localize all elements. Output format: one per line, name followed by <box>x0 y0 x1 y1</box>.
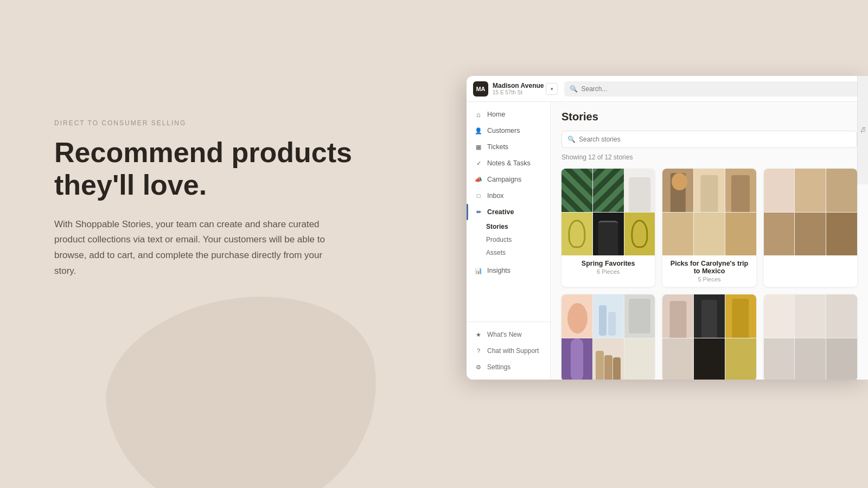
sidebar-subitem-label-products: Products <box>486 236 512 243</box>
story-image <box>725 294 756 338</box>
story-image <box>764 213 795 256</box>
story-image <box>624 169 655 212</box>
story-images-spring-favorites <box>561 169 655 255</box>
sidebar-item-label-notes: Notes & Tasks <box>487 159 531 167</box>
sidebar-subitem-assets[interactable]: Assets <box>467 246 550 259</box>
story-name: Picks for Carolyne's trip to Mexico <box>668 260 750 275</box>
content-area: Stories 🔍 Showing 12 of 12 stories <box>551 102 868 380</box>
story-image <box>694 169 725 212</box>
insights-icon: 📊 <box>474 266 483 275</box>
sidebar-subitem-stories[interactable]: Stories <box>467 220 550 233</box>
stories-count: Showing 12 of 12 stories <box>561 153 857 161</box>
sidebar-item-label-settings: Settings <box>487 363 510 371</box>
story-card-sixth[interactable] <box>764 294 857 380</box>
search-stories-icon: 🔍 <box>567 136 576 143</box>
sidebar-item-tickets[interactable]: ▦ Tickets <box>467 139 550 155</box>
story-card-third[interactable] <box>764 169 857 287</box>
story-image <box>561 338 592 380</box>
sidebar-item-label-tickets: Tickets <box>487 143 508 151</box>
sidebar-item-inbox[interactable]: □ Inbox <box>467 188 550 204</box>
story-image <box>826 213 857 256</box>
story-image <box>694 213 725 256</box>
sidebar-item-label-campaigns: Campaigns <box>487 176 521 183</box>
sidebar-subitem-products[interactable]: Products <box>467 233 550 246</box>
story-image <box>795 213 826 256</box>
story-image <box>624 294 655 338</box>
story-image <box>561 213 592 256</box>
section-description: With Shoppable Stories, your team can cr… <box>54 217 336 280</box>
workspace-address: 15 E 57th St <box>493 89 544 95</box>
sidebar-item-home[interactable]: ⌂ Home <box>467 106 550 123</box>
sidebar-item-label-inbox: Inbox <box>487 192 504 200</box>
sidebar-item-settings[interactable]: ⚙ Settings <box>467 359 550 375</box>
sidebar-item-customers[interactable]: 👤 Customers <box>467 123 550 139</box>
story-card-fashion-1[interactable] <box>662 294 756 380</box>
story-card-spring-favorites[interactable]: Spring Favorites 6 Pieces <box>561 169 655 287</box>
story-image <box>764 338 795 380</box>
story-image <box>764 169 795 212</box>
sidebar-item-label-whats-new: What's New <box>487 331 522 338</box>
story-image <box>624 213 655 256</box>
story-image <box>795 294 826 338</box>
story-image <box>826 338 857 380</box>
story-image <box>694 294 725 338</box>
stories-search-input[interactable] <box>579 136 851 143</box>
whats-new-icon: ★ <box>474 330 483 339</box>
stories-grid: Spring Favorites 6 Pieces <box>561 169 857 380</box>
story-image <box>826 169 857 212</box>
story-image <box>694 338 725 380</box>
sidebar-item-insights[interactable]: 📊 Insights <box>467 262 550 279</box>
sidebar-item-chat-support[interactable]: ? Chat with Support <box>467 343 550 359</box>
search-icon: 🔍 <box>570 85 578 93</box>
tab-label: Ta <box>860 127 866 133</box>
story-image <box>662 213 693 256</box>
story-image <box>561 169 592 212</box>
sidebar-item-label-customers: Customers <box>487 127 520 134</box>
story-image <box>725 213 756 256</box>
creative-icon: ✏ <box>474 208 483 216</box>
story-image <box>764 294 795 338</box>
chat-icon: ? <box>474 346 483 355</box>
story-card-beauty-1[interactable] <box>561 294 655 380</box>
story-card-carolyne[interactable]: Picks for Carolyne's trip to Mexico 5 Pi… <box>662 169 756 287</box>
global-search-bar[interactable]: 🔍 <box>564 81 861 97</box>
background-blob <box>92 277 397 488</box>
sidebar-item-notes-tasks[interactable]: ✓ Notes & Tasks <box>467 155 550 171</box>
main-layout: ⌂ Home 👤 Customers ▦ Tickets ✓ Notes & T… <box>467 102 868 380</box>
workspace-name: Madison Avenue <box>493 82 544 89</box>
settings-icon: ⚙ <box>474 363 483 371</box>
page-title: Stories <box>561 111 857 123</box>
global-search-input[interactable] <box>581 85 856 93</box>
sidebar-item-whats-new[interactable]: ★ What's New <box>467 326 550 343</box>
story-pieces: 6 Pieces <box>567 268 649 275</box>
story-image <box>795 338 826 380</box>
sidebar-item-label-creative: Creative <box>487 208 514 216</box>
sidebar-bottom: ★ What's New ? Chat with Support ⚙ Setti… <box>467 322 550 375</box>
workspace-dropdown-button[interactable]: ▾ <box>546 83 558 95</box>
notes-icon: ✓ <box>474 159 483 168</box>
story-image <box>725 169 756 212</box>
story-image <box>662 169 693 212</box>
story-image <box>593 213 624 256</box>
story-image <box>624 338 655 380</box>
sidebar-item-campaigns[interactable]: 📣 Campaigns <box>467 171 550 188</box>
sidebar-item-label-insights: Insights <box>487 267 510 274</box>
story-image <box>662 294 693 338</box>
story-pieces: 5 Pieces <box>668 276 750 282</box>
story-image <box>561 294 592 338</box>
tab-indicator: Ta <box>857 102 868 184</box>
section-subtitle: DIRECT TO CONSUMER SELLING <box>54 119 369 127</box>
story-images-fashion-1 <box>662 294 756 380</box>
main-heading: Recommend products they'll love. <box>54 137 369 202</box>
story-info-carolyne: Picks for Carolyne's trip to Mexico 5 Pi… <box>662 255 756 287</box>
sidebar-item-creative[interactable]: ✏ Creative <box>467 204 550 220</box>
story-name: Spring Favorites <box>567 260 649 267</box>
inbox-icon: □ <box>474 191 483 200</box>
customers-icon: 👤 <box>474 126 483 135</box>
story-images-beauty-1 <box>561 294 655 380</box>
sidebar-subitem-label-stories: Stories <box>486 223 508 230</box>
campaigns-icon: 📣 <box>474 175 483 184</box>
sidebar-item-label-home: Home <box>487 111 505 118</box>
stories-search-bar[interactable]: 🔍 <box>561 131 857 148</box>
story-image <box>826 294 857 338</box>
